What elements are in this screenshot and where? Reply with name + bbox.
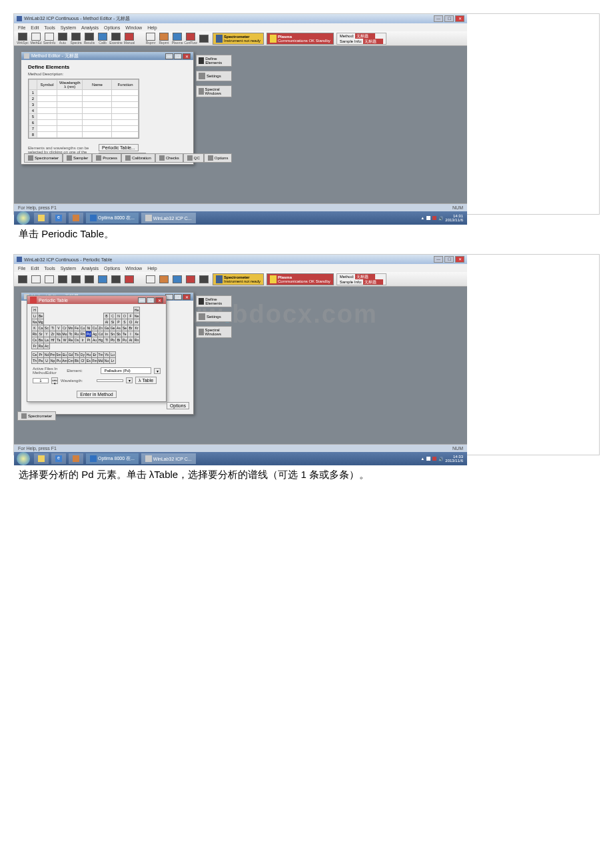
wavelength-select[interactable] <box>97 379 123 382</box>
elements-table[interactable]: Symbol Wavelength λ (nm) Name Function 1… <box>28 79 139 139</box>
tb2-methed[interactable] <box>30 273 42 285</box>
menu-tools[interactable]: Tools <box>44 25 55 30</box>
menu-help[interactable]: Help <box>147 25 157 30</box>
row-3[interactable]: 3 <box>29 102 37 108</box>
task-media-2[interactable] <box>69 453 83 464</box>
task-ie[interactable]: e <box>51 213 66 223</box>
menu-analysis-2[interactable]: Analysis <box>81 266 99 271</box>
tb-reprnt[interactable]: Reprnt <box>158 33 170 45</box>
child-close[interactable]: ✕ <box>183 53 191 59</box>
tab-spectrometer[interactable]: Spectrometer <box>24 153 63 163</box>
menu-system-2[interactable]: System <box>61 266 76 271</box>
maximize-button[interactable]: ☐ <box>444 15 454 22</box>
close-button-2[interactable]: ✕ <box>455 256 464 263</box>
tb2-spectra[interactable] <box>70 273 82 285</box>
num-input[interactable]: 1 <box>33 378 49 383</box>
periodic-table[interactable]: HHe LiBeBCNOFNe NaMgAlSiPSClAr KCaScTiVC… <box>31 307 162 364</box>
child-min[interactable]: — <box>165 53 173 59</box>
tb2-conflow[interactable] <box>185 273 197 285</box>
element-select[interactable]: Palladium (Pd) <box>101 367 151 374</box>
child-close-2[interactable]: ✕ <box>183 294 191 300</box>
menu-options-2[interactable]: Options <box>104 266 120 271</box>
row-6[interactable]: 6 <box>29 120 37 126</box>
minimize-button-2[interactable]: — <box>434 256 443 263</box>
element-pdpука[interactable]: Pd <box>86 331 92 337</box>
tb-saminfo[interactable]: SamInfo <box>43 33 55 45</box>
tb-conflow[interactable]: ConFlow <box>185 33 197 45</box>
task-explorer-2[interactable] <box>34 453 49 464</box>
tb-calib[interactable]: Calib <box>97 33 109 45</box>
task-explorer[interactable] <box>34 213 49 223</box>
task-word[interactable]: Optima 8000 在... <box>86 213 139 223</box>
element-dropdown[interactable]: ▾ <box>154 368 161 374</box>
menu-help-2[interactable]: Help <box>147 266 157 271</box>
start-button-2[interactable] <box>17 452 30 465</box>
task-media[interactable] <box>69 213 83 223</box>
tab-qc[interactable]: QC <box>183 153 204 163</box>
menu-file-2[interactable]: File <box>18 266 25 271</box>
options-button[interactable]: Options <box>167 402 189 409</box>
row-2[interactable]: 2 <box>29 96 37 102</box>
tb-rspmr[interactable]: Rspmr <box>145 33 157 45</box>
spin-down[interactable]: ▾ <box>51 381 58 384</box>
menu-options[interactable]: Options <box>104 25 120 30</box>
menu-analysis[interactable]: Analysis <box>81 25 99 30</box>
tb-auto[interactable]: Auto <box>57 33 69 45</box>
tb2-reprnt[interactable] <box>158 273 170 285</box>
menu-window-2[interactable]: Window <box>125 266 142 271</box>
minimize-button[interactable]: — <box>434 15 443 22</box>
start-button[interactable] <box>17 211 30 225</box>
task-winlab[interactable]: WinLab32 ICP C... <box>141 213 196 223</box>
side-define-elements[interactable]: Define Elements <box>196 55 232 67</box>
side-settings[interactable]: Settings <box>196 71 232 81</box>
tb2-auto[interactable] <box>57 273 69 285</box>
tb2-saminfo[interactable] <box>43 273 55 285</box>
pt-close[interactable]: ✕ <box>155 297 163 303</box>
side-spectral-windows[interactable]: Spectral Windows <box>196 85 232 97</box>
maximize-button-2[interactable]: ☐ <box>444 256 454 263</box>
tb-spectra[interactable]: Spectra <box>70 33 82 45</box>
row-8[interactable]: 8 <box>29 132 37 138</box>
menu-edit[interactable]: Edit <box>31 25 39 30</box>
tb-examine[interactable]: Examine <box>110 33 122 45</box>
tb-wrkspc[interactable]: WrkSpc <box>17 33 29 45</box>
pt-max[interactable]: ☐ <box>147 297 155 303</box>
pt-min[interactable]: — <box>138 297 146 303</box>
tb-manual[interactable]: Manual <box>123 33 135 45</box>
tab-spectrometer-2[interactable]: Spectrometer <box>17 411 56 421</box>
tab-options[interactable]: Options <box>204 153 233 163</box>
tb2-plasma[interactable] <box>171 273 183 285</box>
tb2-examine[interactable] <box>110 273 122 285</box>
menu-file[interactable]: File <box>18 25 25 30</box>
row-5[interactable]: 5 <box>29 114 37 120</box>
tb2-rspmr[interactable] <box>145 273 157 285</box>
row-7[interactable]: 7 <box>29 126 37 132</box>
task-word-2[interactable]: Optima 8000 在... <box>86 453 139 464</box>
tab-process[interactable]: Process <box>92 153 121 163</box>
tab-calibration[interactable]: Calibration <box>121 153 155 163</box>
task-winlab-2[interactable]: WinLab32 ICP C... <box>141 453 196 464</box>
tb-last[interactable] <box>198 33 210 45</box>
system-tray-2[interactable]: ▲🔊 14:332013/11/6 <box>416 455 467 463</box>
tab-checks[interactable]: Checks <box>155 153 183 163</box>
tb2-manual[interactable] <box>123 273 135 285</box>
menu-edit-2[interactable]: Edit <box>31 266 39 271</box>
enter-in-method-button[interactable]: Enter in Method <box>77 391 116 398</box>
tb-plasma[interactable]: Plasma <box>171 33 183 45</box>
side-define-elements-2[interactable]: Define Elements <box>196 295 232 307</box>
row-1[interactable]: 1 <box>29 90 37 96</box>
tb2-calib[interactable] <box>97 273 109 285</box>
side-settings-2[interactable]: Settings <box>196 311 232 322</box>
tb2-results[interactable] <box>83 273 95 285</box>
wavelength-dropdown[interactable]: ▾ <box>126 377 133 383</box>
task-ie-2[interactable]: e <box>51 453 66 464</box>
close-button[interactable]: ✕ <box>455 15 464 22</box>
tb2-last[interactable] <box>198 273 210 285</box>
lambda-table-button[interactable]: λ Table <box>135 377 157 384</box>
menu-system[interactable]: System <box>61 25 76 30</box>
system-tray[interactable]: ▲🔊 14:312013/11/6 <box>416 214 467 222</box>
tab-sampler[interactable]: Sampler <box>63 153 92 163</box>
side-spectral-windows-2[interactable]: Spectral Windows <box>196 326 232 338</box>
tb2-wrkspc[interactable] <box>17 273 29 285</box>
menu-tools-2[interactable]: Tools <box>44 266 55 271</box>
